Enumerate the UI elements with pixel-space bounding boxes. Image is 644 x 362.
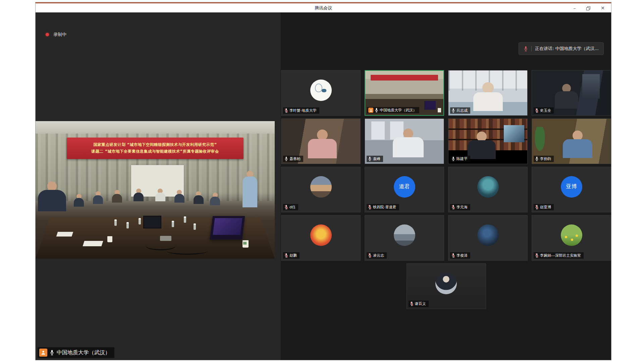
participant-name: 李叶蟹·地质大学 <box>289 108 317 113</box>
conference-banner: 国家重点研发计划 “城市地下空间精细探测技术与开发利用研究示范” 课题二 “城市… <box>67 138 244 159</box>
participant-name: 袁峰 <box>373 156 380 161</box>
attendee <box>174 190 184 203</box>
mic-muted-icon <box>451 205 455 210</box>
avatar <box>310 224 332 246</box>
participant-tile[interactable]: 袁峰 <box>365 118 444 164</box>
recording-dot-icon <box>46 33 49 36</box>
mic-muted-icon <box>284 253 288 258</box>
display-screen <box>504 125 524 142</box>
host-badge-icon <box>368 108 373 113</box>
participant-tile[interactable]: 李元海 <box>448 167 528 212</box>
main-participant-name: 中国地质大学（武汉） <box>57 349 110 356</box>
titlebar[interactable]: 腾讯会议 – ✕ <box>36 2 611 12</box>
mic-on-icon <box>451 156 455 161</box>
meeting-content: 录制中 国家重点研发计划 “城市地下空间精细探测技术与开发利用研究示范” 课题二… <box>36 12 611 360</box>
minimize-icon: – <box>574 5 576 11</box>
participant-tile[interactable]: 道君 铁四院·胥道君 <box>365 167 444 212</box>
name-label: 陈建平 <box>450 156 470 162</box>
participant-tile[interactable]: 陈建平 <box>448 118 528 164</box>
name-label: 赵鹏 <box>283 252 300 259</box>
main-video-name-label: 中国地质大学（武汉） <box>38 347 114 358</box>
name-label: 李元海 <box>450 204 470 210</box>
avatar <box>394 224 415 246</box>
restore-icon-front <box>586 7 589 10</box>
participant-tile[interactable]: 李协韵 <box>532 118 611 164</box>
name-label: 凌云志 <box>367 252 387 259</box>
host-badge-icon <box>39 349 47 357</box>
participant-person <box>468 132 496 159</box>
attendee <box>194 191 204 204</box>
participant-person <box>308 130 337 158</box>
name-label: 李协韵 <box>534 156 554 162</box>
name-label: 李叶蟹·地质大学 <box>283 107 319 114</box>
page: 腾讯会议 – ✕ 录制中 国家重点研发计 <box>0 0 644 362</box>
participant-tile[interactable]: 亚博 赵亚博 <box>532 167 611 212</box>
paper-sheet <box>83 241 103 246</box>
grid-row-5: 谢百义 <box>281 263 611 309</box>
participant-tile[interactable]: 赵鹏 <box>281 215 361 261</box>
water-bottle <box>114 219 117 226</box>
participant-name: 谢百义 <box>415 301 426 306</box>
name-label: 袁峰 <box>367 156 383 162</box>
window-light <box>582 74 600 99</box>
participant-tile[interactable]: 李婉娟---深部岩土实验室 <box>532 215 611 261</box>
participant-tile[interactable]: 吕志成 <box>448 70 528 116</box>
attendee <box>112 190 122 203</box>
divider <box>531 46 532 51</box>
avatar-doodle <box>315 84 322 92</box>
grid-row-4: 赵鹏 凌云志 <box>281 215 611 261</box>
minimize-button[interactable]: – <box>569 4 580 12</box>
window-controls: – ✕ <box>569 3 608 12</box>
mic-on-icon <box>535 156 539 161</box>
participant-name: 李俊清 <box>457 253 468 258</box>
mic-on-icon <box>284 156 288 161</box>
projector-device <box>160 236 171 241</box>
participant-name: 铁四院·胥道君 <box>373 205 396 210</box>
participant-person <box>555 84 578 109</box>
flower <box>571 239 573 241</box>
participants-pane: 正在讲话: 中国地质大学（武汉... 李叶蟹·地质大学 <box>281 12 611 360</box>
laptop-screen <box>213 218 243 235</box>
participant-tile[interactable]: d任 <box>281 167 361 212</box>
avatar <box>310 80 332 101</box>
participant-name: 李元海 <box>457 205 468 210</box>
participant-person <box>563 131 592 158</box>
main-video-feed[interactable]: 国家重点研发计划 “城市地下空间精细探测技术与开发利用研究示范” 课题二 “城市… <box>36 121 275 259</box>
participant-name: d任 <box>289 205 296 210</box>
attendee <box>133 189 144 201</box>
participant-name: 赵亚博 <box>540 205 551 210</box>
avatar: 道君 <box>394 176 415 198</box>
name-label: 谢百义 <box>409 301 429 307</box>
paper-cup <box>107 236 112 242</box>
foreground-attendee <box>38 182 66 211</box>
participant-person <box>393 128 424 157</box>
participant-tile[interactable]: 谢百义 <box>407 263 486 309</box>
flower <box>576 235 578 237</box>
participant-tile[interactable]: 中国地质大学（武汉） <box>365 70 444 116</box>
participant-tile[interactable]: 李俊清 <box>448 215 528 261</box>
now-speaking-text: 正在讲话: 中国地质大学（武汉... <box>535 46 599 52</box>
name-label: 李婉娟---深部岩土实验室 <box>534 252 584 259</box>
name-label: 聂善柏 <box>283 156 303 162</box>
participant-tile[interactable]: 李叶蟹·地质大学 <box>281 70 361 116</box>
name-label: 吕志成 <box>450 107 470 114</box>
mic-muted-icon <box>284 205 288 210</box>
mic-on-icon <box>375 108 378 113</box>
water-bottle <box>194 223 196 230</box>
close-button[interactable]: ✕ <box>597 4 608 12</box>
grid-row-2: 聂善柏 袁峰 <box>281 118 611 164</box>
participant-tile[interactable]: 史玉全 <box>532 70 611 116</box>
participant-tile[interactable]: 聂善柏 <box>281 118 361 164</box>
participant-grid: 李叶蟹·地质大学 中国地质大学（武汉） <box>281 70 611 309</box>
attendee <box>93 191 103 204</box>
mini-cup <box>438 108 441 112</box>
now-speaking-banner: 正在讲话: 中国地质大学（武汉... <box>519 42 604 55</box>
restore-button[interactable] <box>583 4 594 12</box>
participant-name: 中国地质大学（武汉） <box>380 108 417 113</box>
water-bottle <box>139 218 141 224</box>
mic-on-icon <box>368 156 372 161</box>
attendee <box>210 193 220 205</box>
participant-name: 聂善柏 <box>289 156 301 161</box>
participant-tile[interactable]: 凌云志 <box>365 215 444 261</box>
meeting-window: 腾讯会议 – ✕ 录制中 国家重点研发计 <box>35 2 611 360</box>
